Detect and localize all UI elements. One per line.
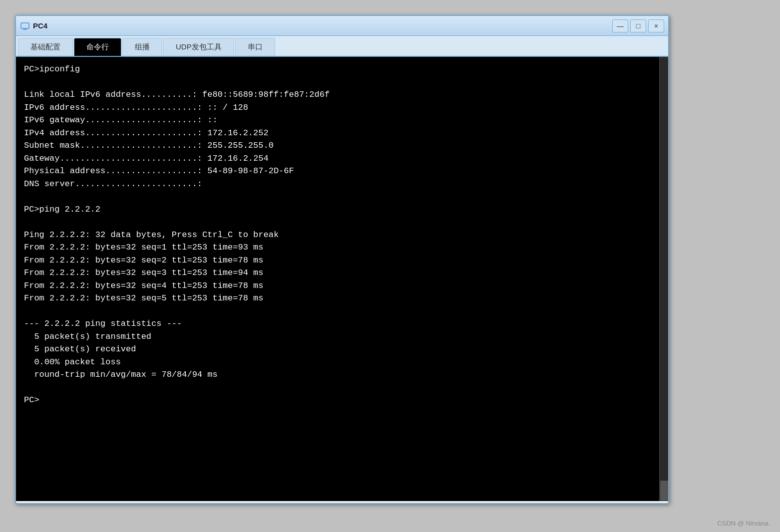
watermark: CSDN @ Nirvana.: [717, 520, 770, 527]
minimize-button[interactable]: —: [612, 19, 628, 32]
tab-serial[interactable]: 串口: [235, 38, 275, 56]
tab-udp[interactable]: UDP发包工具: [163, 38, 234, 56]
tab-multicast[interactable]: 组播: [122, 38, 162, 56]
maximize-button[interactable]: □: [630, 19, 646, 32]
tabs-bar: 基础配置 命令行 组播 UDP发包工具 串口: [16, 36, 668, 57]
close-button[interactable]: ×: [648, 19, 664, 32]
app-icon: [20, 21, 30, 31]
tab-basic[interactable]: 基础配置: [18, 38, 73, 56]
terminal-area: PC>ipconfig Link local IPv6 address.....…: [16, 57, 668, 501]
window-controls: — □ ×: [612, 19, 664, 32]
tab-cmd[interactable]: 命令行: [74, 38, 121, 56]
terminal-output[interactable]: PC>ipconfig Link local IPv6 address.....…: [16, 57, 668, 458]
title-bar: PC4 — □ ×: [16, 16, 668, 36]
scrollbar[interactable]: [659, 57, 668, 501]
svg-rect-0: [21, 23, 29, 28]
main-window: PC4 — □ × 基础配置 命令行 组播 UDP发包工具 串口 PC>ipco…: [15, 15, 669, 504]
window-title: PC4: [33, 21, 47, 30]
title-left: PC4: [20, 21, 47, 31]
scrollbar-thumb[interactable]: [660, 481, 668, 501]
